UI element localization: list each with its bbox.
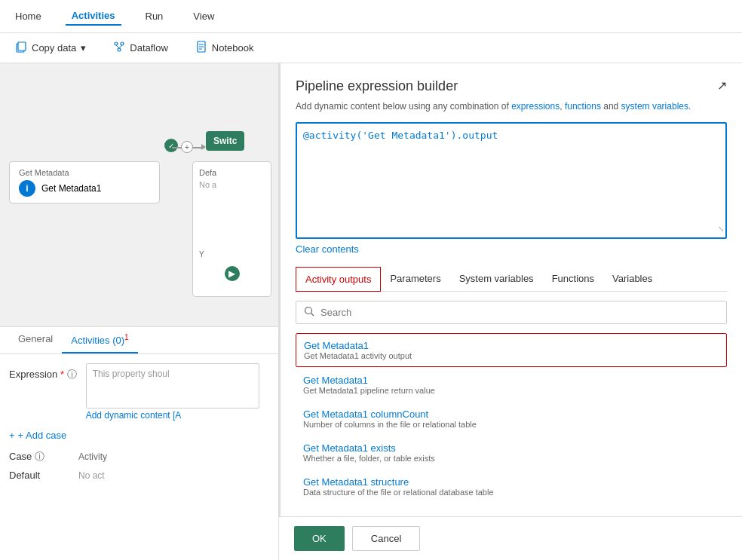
notebook-button[interactable]: Notebook bbox=[189, 38, 260, 58]
output-list: Get Metadata1 Get Metadata1 activity out… bbox=[296, 333, 727, 504]
search-box bbox=[296, 301, 727, 324]
svg-point-11 bbox=[305, 307, 312, 314]
switch-body: Defa No a ▶ Y bbox=[192, 161, 271, 297]
builder-subtitle: Add dynamic content below using any comb… bbox=[296, 100, 727, 113]
builder-title: Pipeline expression builder bbox=[296, 78, 727, 94]
default-label-prop: Default bbox=[9, 470, 69, 481]
svg-line-6 bbox=[119, 45, 122, 48]
cancel-button[interactable]: Cancel bbox=[352, 526, 420, 551]
tab-activity-outputs[interactable]: Activity outputs bbox=[296, 267, 381, 292]
check-icon: ✓ bbox=[164, 139, 178, 152]
plus-icon: + bbox=[9, 430, 15, 441]
toolbar: Copy data ▾ Dataflow Notebook bbox=[0, 33, 742, 63]
case-info-icon: ⓘ bbox=[35, 451, 44, 462]
top-nav: Home Activities Run View bbox=[0, 0, 742, 33]
props-tabs: General Activities (0)1 bbox=[0, 327, 278, 354]
search-icon bbox=[304, 306, 314, 319]
ok-button[interactable]: OK bbox=[294, 526, 345, 551]
list-item[interactable]: Get Metadata1 Get Metadata1 pipeline ret… bbox=[296, 369, 727, 401]
switch-label: Switc bbox=[213, 136, 237, 146]
list-item[interactable]: Get Metadata1 Get Metadata1 activity out… bbox=[296, 333, 727, 367]
svg-point-2 bbox=[115, 42, 118, 45]
builder-actions: OK Cancel bbox=[279, 516, 742, 560]
case-row: Case ⓘ Activity bbox=[9, 450, 269, 464]
get-metadata-node[interactable]: Get Metadata i Get Metadata1 bbox=[9, 161, 160, 203]
info-icon: i bbox=[19, 180, 35, 197]
svg-point-4 bbox=[118, 48, 121, 51]
tab-functions[interactable]: Functions bbox=[543, 267, 603, 291]
nav-activities[interactable]: Activities bbox=[66, 7, 121, 26]
switch-green-icon: ▶ bbox=[225, 266, 240, 281]
switch-node[interactable]: Switc bbox=[206, 131, 244, 151]
tab-system-variables[interactable]: System variables bbox=[450, 267, 543, 291]
tab-variables[interactable]: Variables bbox=[603, 267, 661, 291]
tab-parameters[interactable]: Parameters bbox=[381, 267, 449, 291]
item-desc: Data structure of the file or relational… bbox=[303, 488, 719, 497]
dataflow-icon bbox=[113, 41, 125, 55]
expression-placeholder: This property shoul bbox=[93, 369, 170, 379]
item-desc: Whether a file, folder, or table exists bbox=[303, 454, 719, 463]
properties-panel: General Activities (0)1 Expression * ⓘ T… bbox=[0, 326, 278, 560]
default-sub: No a bbox=[199, 180, 265, 189]
nav-view[interactable]: View bbox=[187, 8, 220, 25]
activity-value: Activity bbox=[78, 451, 107, 462]
node-title: Get Metadata bbox=[19, 168, 150, 177]
resize-handle[interactable]: ⤡ bbox=[718, 225, 724, 233]
svg-point-3 bbox=[121, 42, 124, 45]
dataflow-label: Dataflow bbox=[130, 42, 168, 54]
item-title: Get Metadata1 bbox=[303, 375, 719, 386]
item-title: Get Metadata1 columnCount bbox=[303, 409, 719, 420]
tabs-row: Activity outputs Parameters System varia… bbox=[296, 267, 727, 292]
dataflow-button[interactable]: Dataflow bbox=[107, 38, 174, 58]
search-input[interactable] bbox=[320, 307, 719, 318]
main-area: Get Metadata i Get Metadata1 ✓ + Switc bbox=[0, 63, 742, 560]
pipeline-canvas: Get Metadata i Get Metadata1 ✓ + Switc bbox=[0, 63, 278, 320]
expression-value: @activity('Get Metadata1').output bbox=[303, 130, 498, 141]
default-row: Default No act bbox=[9, 470, 269, 481]
svg-line-5 bbox=[116, 45, 119, 48]
item-title: Get Metadata1 exists bbox=[303, 442, 719, 454]
item-desc: Number of columns in the file or relatio… bbox=[303, 420, 719, 429]
default-label: Defa bbox=[199, 168, 265, 177]
nav-home[interactable]: Home bbox=[9, 8, 48, 25]
highlight-functions: functions bbox=[565, 101, 601, 112]
highlight-expressions: expressions bbox=[511, 101, 560, 112]
props-content: Expression * ⓘ This property shoul Add d… bbox=[0, 354, 278, 496]
case-label: Case ⓘ bbox=[9, 450, 69, 464]
canvas-area: Get Metadata i Get Metadata1 ✓ + Switc bbox=[0, 63, 279, 560]
list-item[interactable]: Get Metadata1 exists Whether a file, fol… bbox=[296, 436, 727, 469]
info-tooltip-icon: ⓘ bbox=[67, 369, 77, 380]
add-dynamic-link[interactable]: Add dynamic content [A bbox=[86, 410, 269, 421]
expression-builder: ↗ Pipeline expression builder Add dynami… bbox=[279, 63, 742, 516]
list-item[interactable]: Get Metadata1 structure Data structure o… bbox=[296, 470, 727, 503]
node-body: i Get Metadata1 bbox=[19, 180, 150, 197]
nav-run[interactable]: Run bbox=[140, 8, 170, 25]
clear-contents-link[interactable]: Clear contents bbox=[296, 243, 359, 255]
notebook-icon bbox=[195, 41, 207, 55]
expression-builder-panel: ↗ Pipeline expression builder Add dynami… bbox=[279, 63, 742, 560]
item-desc: Get Metadata1 pipeline return value bbox=[303, 386, 719, 395]
expression-row: Expression * ⓘ This property shoul Add d… bbox=[9, 363, 269, 421]
expression-input[interactable]: This property shoul bbox=[86, 363, 259, 409]
notebook-label: Notebook bbox=[212, 42, 254, 54]
add-case-button[interactable]: + + Add case bbox=[9, 430, 269, 441]
expression-label: Expression * ⓘ bbox=[9, 363, 77, 381]
expression-field-wrap: This property shoul Add dynamic content … bbox=[86, 363, 269, 421]
svg-rect-1 bbox=[18, 42, 26, 50]
svg-line-12 bbox=[311, 313, 314, 316]
node-name: Get Metadata1 bbox=[41, 183, 101, 194]
default-value: No act bbox=[78, 470, 105, 481]
item-desc: Get Metadata1 activity output bbox=[304, 351, 719, 360]
copy-data-button[interactable]: Copy data ▾ bbox=[9, 38, 92, 58]
copy-data-chevron[interactable]: ▾ bbox=[81, 42, 86, 54]
list-item[interactable]: Get Metadata1 columnCount Number of colu… bbox=[296, 402, 727, 435]
expand-icon[interactable]: ↗ bbox=[717, 78, 727, 93]
arrow-plus[interactable]: + bbox=[181, 141, 193, 153]
highlight-sysvars: system variables bbox=[621, 101, 688, 112]
switch-y-label: Y bbox=[199, 250, 204, 259]
tab-activities[interactable]: Activities (0)1 bbox=[62, 327, 137, 353]
expression-display[interactable]: @activity('Get Metadata1').output bbox=[296, 122, 727, 239]
copy-data-icon bbox=[15, 41, 27, 55]
required-star: * bbox=[60, 369, 64, 380]
tab-general[interactable]: General bbox=[9, 327, 62, 353]
